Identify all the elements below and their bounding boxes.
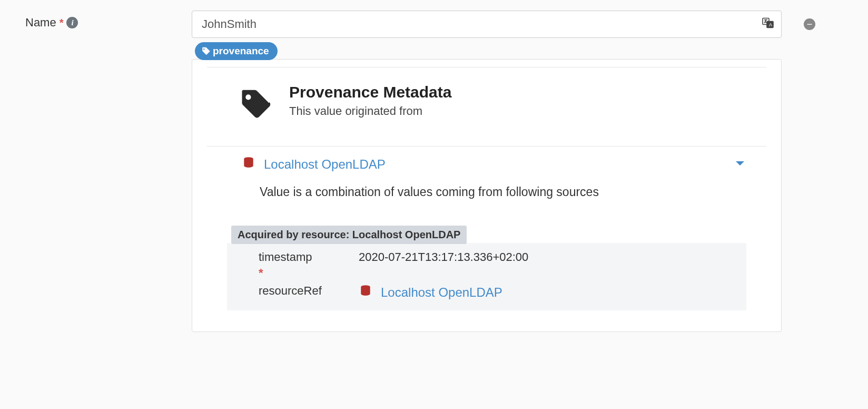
- tag-icon: [201, 46, 211, 56]
- required-indicator: *: [259, 266, 348, 280]
- remove-button[interactable]: −: [804, 18, 815, 30]
- name-input[interactable]: [192, 11, 782, 38]
- required-indicator: *: [60, 17, 64, 29]
- timestamp-value: 2020-07-21T13:17:13.336+02:00: [359, 250, 528, 264]
- svg-text:A: A: [769, 22, 772, 27]
- combination-text: Value is a combination of values coming …: [207, 178, 766, 210]
- source-link[interactable]: Localhost OpenLDAP: [264, 157, 386, 172]
- panel-subtitle: This value originated from: [289, 104, 451, 118]
- panel-title: Provenance Metadata: [289, 83, 451, 101]
- caret-down-icon[interactable]: [735, 158, 745, 170]
- timestamp-key: timestamp: [259, 250, 312, 264]
- provenance-badge-label: provenance: [213, 45, 269, 57]
- tag-icon: [238, 86, 273, 125]
- translate-icon[interactable]: A: [762, 17, 774, 32]
- resourceref-key: resourceRef: [259, 284, 322, 297]
- info-icon[interactable]: i: [66, 17, 78, 28]
- provenance-badge[interactable]: provenance: [195, 42, 278, 60]
- resourceref-link[interactable]: Localhost OpenLDAP: [381, 285, 502, 300]
- timestamp-row: timestamp * 2020-07-21T13:17:13.336+02:0…: [227, 246, 746, 280]
- name-input-wrap: A −: [192, 11, 782, 38]
- database-icon: [242, 156, 255, 172]
- name-label: Name: [25, 16, 56, 30]
- resourceref-row: resourceRef Localhos: [227, 280, 746, 301]
- provenance-panel: Provenance Metadata This value originate…: [192, 59, 782, 332]
- svg-point-4: [245, 94, 251, 100]
- acquired-label: Acquired by resource: Localhost OpenLDAP: [231, 226, 467, 244]
- database-icon: [359, 284, 372, 301]
- svg-point-3: [203, 48, 204, 50]
